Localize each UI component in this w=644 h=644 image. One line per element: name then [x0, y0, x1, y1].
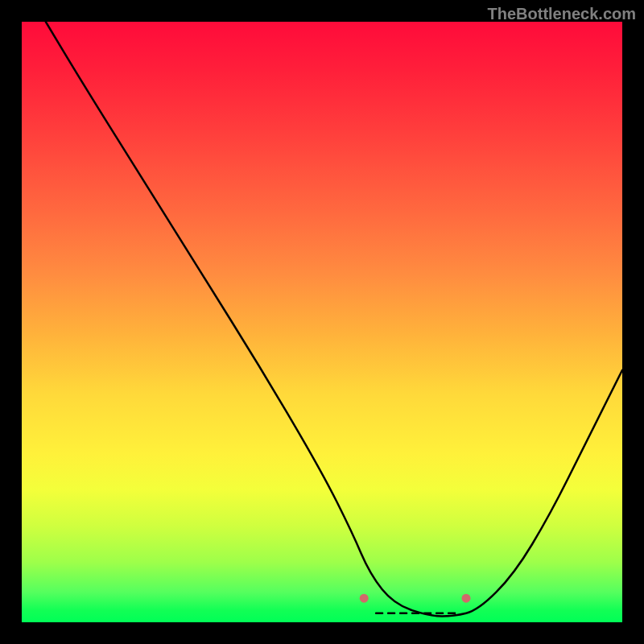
chart-frame: TheBottleneck.com	[0, 0, 644, 644]
marker-dot	[462, 594, 471, 603]
watermark-text: TheBottleneck.com	[488, 5, 636, 23]
bottleneck-curve	[46, 22, 622, 617]
curve-svg	[22, 22, 622, 622]
plot-area	[22, 22, 622, 622]
marker-dot	[360, 594, 369, 603]
marker-dots	[360, 594, 471, 603]
